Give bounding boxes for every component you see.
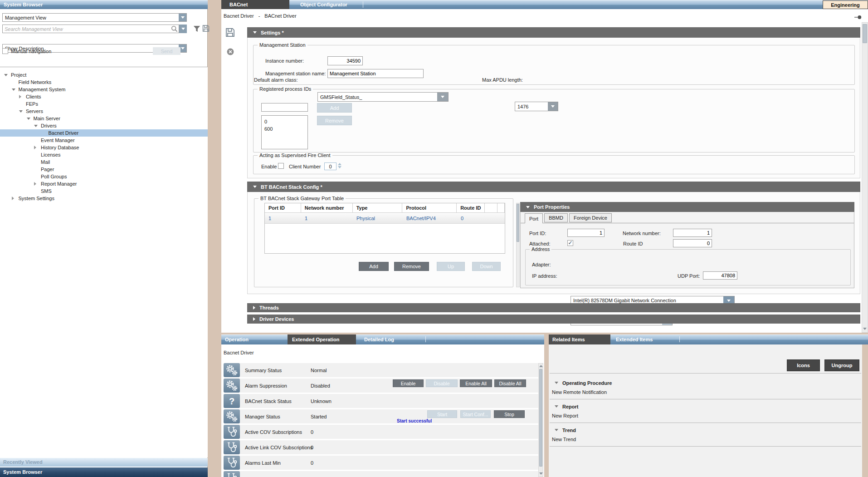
tree-item-drivers[interactable]: Drivers (0, 122, 208, 129)
enable-button[interactable]: Enable (393, 379, 424, 387)
breadcrumb-node[interactable]: Bacnet Driver (224, 13, 254, 19)
start-conf-button[interactable]: Start Conf... (460, 410, 491, 418)
breadcrumb-node[interactable]: BACnet Driver (264, 13, 296, 19)
tree-item-poll-groups[interactable]: Poll Groups (0, 173, 208, 180)
tab-bacnet[interactable]: BACnet (221, 0, 289, 9)
attached-checkbox[interactable]: ✓ (567, 240, 573, 246)
instance-number-field[interactable] (327, 56, 363, 65)
chevron-down-icon[interactable] (179, 14, 186, 21)
tab-object-configurator[interactable]: Object Configurator (289, 0, 362, 9)
tab-detailed-log[interactable]: Detailed Log (356, 334, 424, 344)
table-row[interactable]: 11PhysicalBACnet/IPV40 (265, 213, 505, 224)
port-properties-header[interactable]: Port Properties (520, 202, 854, 212)
tab-foreign-device[interactable]: Foreign Device (569, 213, 612, 222)
port-id-field[interactable] (567, 229, 605, 237)
tree-item-licenses[interactable]: Licenses (0, 151, 208, 158)
process-id-list[interactable]: 0600 (261, 115, 308, 149)
chevron-right-icon[interactable] (12, 197, 19, 200)
tree-item-clients[interactable]: Clients (0, 93, 208, 100)
disable-all-button[interactable]: Disable All (494, 379, 526, 387)
tree-item-mail[interactable]: Mail (0, 158, 208, 166)
udp-port-field[interactable] (703, 271, 737, 280)
tab-extended-items[interactable]: Extended Items (610, 334, 679, 344)
tab-operation[interactable]: Operation (221, 334, 288, 344)
client-number-stepper[interactable]: 0 (324, 162, 336, 170)
chevron-right-icon[interactable] (19, 95, 26, 98)
chevron-right-icon[interactable] (34, 182, 41, 186)
filter-icon[interactable] (193, 25, 200, 33)
pin-icon[interactable] (854, 15, 862, 20)
chevron-down-icon[interactable] (27, 118, 34, 120)
tree-item-event-manager[interactable]: Event Manager (0, 137, 208, 144)
remove-process-id-button[interactable]: Remove (317, 116, 352, 125)
settings-section-header[interactable]: Settings * (247, 27, 860, 38)
related-item-link[interactable]: New Report (550, 413, 861, 418)
tree-item-system-settings[interactable]: System Settings (0, 195, 208, 202)
tab-bbmd[interactable]: BBMD (544, 213, 568, 222)
process-id-input[interactable] (261, 103, 308, 112)
tree-item-main-server[interactable]: Main Server (0, 115, 208, 122)
enable-all-button[interactable]: Enable All (460, 379, 492, 387)
engineering-mode-badge[interactable]: Engineering (823, 0, 868, 9)
process-id-item[interactable]: 600 (262, 125, 307, 133)
stop-button[interactable]: Stop (494, 410, 525, 418)
operation-scrollbar[interactable] (538, 363, 543, 477)
main-scrollbar[interactable] (862, 22, 868, 333)
tab-port[interactable]: Port (525, 213, 543, 223)
save-icon[interactable] (225, 27, 235, 39)
start-button[interactable]: Start (427, 410, 457, 418)
chevron-down-icon[interactable] (12, 89, 19, 91)
stack-config-section-header[interactable]: BT BACnet Stack Config * (247, 182, 860, 192)
stepper-arrows-icon[interactable] (338, 163, 341, 168)
column-header-protocol[interactable]: Protocol (402, 203, 457, 212)
related-item-link[interactable]: New Trend (550, 437, 861, 442)
recently-viewed-bar[interactable]: Recently Viewed (0, 458, 208, 467)
network-number-field[interactable] (673, 229, 712, 237)
chevron-down-icon[interactable] (34, 125, 41, 127)
table-scrollbar[interactable] (516, 203, 520, 287)
add-button[interactable]: Add (359, 262, 389, 271)
cancel-icon[interactable] (227, 48, 234, 56)
ungroup-button[interactable]: Ungroup (824, 359, 859, 371)
column-header-port-id[interactable]: Port ID (265, 203, 301, 212)
route-id-field[interactable] (673, 239, 712, 247)
tree-item-field-networks[interactable]: Field Networks (0, 79, 208, 86)
threads-section-header[interactable]: Threads (247, 303, 860, 312)
tree-item-feps[interactable]: FEPs (0, 100, 208, 108)
fire-enable-checkbox[interactable] (278, 163, 284, 169)
tree-item-servers[interactable]: Servers (0, 108, 208, 115)
related-item-link[interactable]: New Remote Notification (550, 389, 861, 395)
icons-button[interactable]: Icons (787, 359, 820, 371)
tree-item-pager[interactable]: Pager (0, 166, 208, 173)
related-group-header[interactable]: Operating Procedure (550, 379, 861, 387)
tree-item-report-manager[interactable]: Report Manager (0, 180, 208, 187)
up-button[interactable]: Up (437, 262, 465, 271)
tab-related-items[interactable]: Related Items (549, 334, 610, 344)
tree-item-sms[interactable]: SMS (0, 187, 208, 195)
system-browser-bottom-bar[interactable]: System Browser (0, 467, 208, 477)
manual-navigation-checkbox[interactable] (2, 48, 8, 54)
chevron-down-icon[interactable] (19, 110, 26, 113)
tree-item-history-database[interactable]: History Database (0, 144, 208, 151)
save-filter-icon[interactable] (202, 25, 210, 33)
column-header-type[interactable]: Type (353, 203, 403, 212)
column-header-route-id[interactable]: Route ID (457, 203, 485, 212)
related-group-header[interactable]: Trend (550, 426, 861, 434)
driver-devices-section-header[interactable]: Driver Devices (247, 315, 860, 324)
view-selector[interactable]: Management View (2, 13, 187, 22)
down-button[interactable]: Down (472, 262, 501, 271)
disable-button[interactable]: Disable (426, 379, 458, 387)
system-browser-header[interactable]: System Browser (0, 0, 208, 9)
station-name-field[interactable] (327, 69, 424, 78)
search-icon[interactable] (171, 25, 178, 33)
tree-item-management-system[interactable]: Management System (0, 86, 208, 93)
tree-item-bacnet-driver[interactable]: Bacnet Driver (0, 129, 208, 137)
tab-extended-operation[interactable]: Extended Operation (288, 334, 356, 344)
related-group-header[interactable]: Report (550, 403, 861, 410)
send-button[interactable]: Send (153, 47, 180, 55)
chevron-right-icon[interactable] (34, 146, 41, 149)
process-id-item[interactable]: 0 (262, 118, 307, 125)
search-options-chevron-icon[interactable] (179, 25, 187, 33)
tree-item-project[interactable]: Project (0, 71, 208, 79)
search-input[interactable] (2, 25, 179, 33)
